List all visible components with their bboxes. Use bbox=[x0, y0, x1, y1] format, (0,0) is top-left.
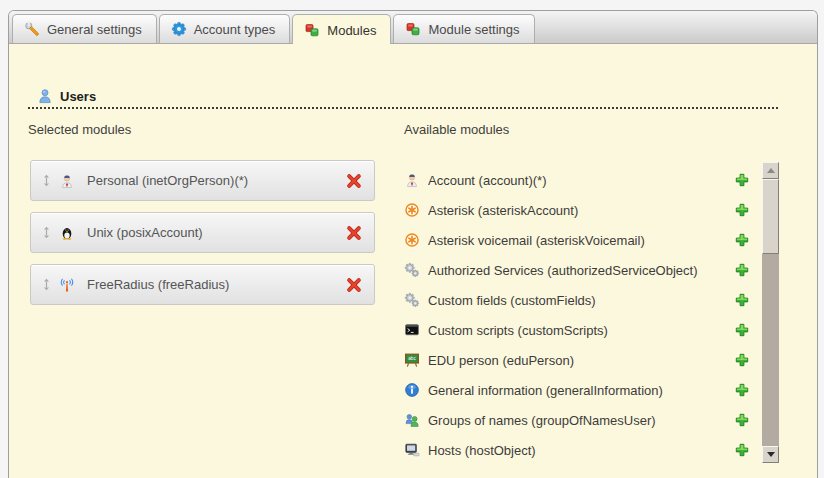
user-icon bbox=[37, 88, 53, 104]
add-plus-icon bbox=[734, 262, 750, 278]
module-label: Asterisk (asteriskAccount) bbox=[428, 203, 733, 218]
tab-general-settings[interactable]: General settings bbox=[12, 14, 157, 43]
add-plus-icon bbox=[734, 382, 750, 398]
tab-modules[interactable]: Modules bbox=[292, 14, 391, 44]
remove-module-button[interactable] bbox=[345, 172, 362, 189]
module-label: FreeRadius (freeRadius) bbox=[87, 277, 345, 292]
add-module-button[interactable] bbox=[733, 412, 750, 429]
module-label: Groups of names (groupOfNamesUser) bbox=[428, 413, 733, 428]
available-module-row: Custom scripts (customScripts) bbox=[404, 315, 750, 345]
scrollbar-down-button[interactable] bbox=[762, 446, 779, 463]
gears-icon bbox=[404, 292, 420, 308]
tab-account-types[interactable]: Account types bbox=[159, 14, 291, 43]
host-icon bbox=[404, 442, 420, 458]
tab-bar: General settingsAccount typesModulesModu… bbox=[9, 11, 817, 44]
available-module-row: Account (account)(*) bbox=[404, 165, 750, 195]
add-plus-icon bbox=[734, 412, 750, 428]
tab-label: Account types bbox=[194, 22, 276, 37]
add-module-button[interactable] bbox=[733, 322, 750, 339]
svg-text:abc: abc bbox=[408, 356, 416, 361]
available-module-row: Groups of names (groupOfNamesUser) bbox=[404, 405, 750, 435]
add-module-button[interactable] bbox=[733, 262, 750, 279]
selected-modules-list: Personal (inetOrgPerson)(*)Unix (posixAc… bbox=[30, 160, 375, 316]
module-label: Hosts (hostObject) bbox=[428, 443, 733, 458]
tab-label: General settings bbox=[47, 22, 142, 37]
asterisk-icon bbox=[404, 202, 420, 218]
add-module-button[interactable] bbox=[733, 202, 750, 219]
settings-window: General settingsAccount typesModulesModu… bbox=[8, 10, 818, 478]
section-header-users: Users bbox=[28, 88, 778, 109]
add-module-button[interactable] bbox=[733, 232, 750, 249]
drag-handle-icon[interactable] bbox=[42, 277, 51, 292]
selected-module-row[interactable]: Personal (inetOrgPerson)(*) bbox=[30, 160, 375, 201]
module-label: Personal (inetOrgPerson)(*) bbox=[87, 173, 345, 188]
person-icon bbox=[59, 173, 75, 189]
available-module-row: Custom fields (customFields) bbox=[404, 285, 750, 315]
available-module-row: abcEDU person (eduPerson) bbox=[404, 345, 750, 375]
available-module-row: Asterisk (asteriskAccount) bbox=[404, 195, 750, 225]
delete-icon bbox=[346, 173, 362, 189]
info-icon bbox=[404, 382, 420, 398]
tab-module-settings[interactable]: Module settings bbox=[393, 14, 534, 43]
drag-handle-icon[interactable] bbox=[42, 173, 51, 188]
available-module-row: General information (generalInformation) bbox=[404, 375, 750, 405]
tab-label: Module settings bbox=[428, 22, 519, 37]
section-title-label: Users bbox=[60, 89, 96, 104]
modules-tab-content: Users Selected modules Available modules… bbox=[9, 44, 817, 478]
delete-icon bbox=[346, 225, 362, 241]
remove-module-button[interactable] bbox=[345, 276, 362, 293]
down-arrow-icon bbox=[767, 452, 775, 457]
module-label: Custom scripts (customScripts) bbox=[428, 323, 733, 338]
selected-module-row[interactable]: FreeRadius (freeRadius) bbox=[30, 264, 375, 305]
modules-icon bbox=[405, 21, 421, 37]
module-label: Authorized Services (authorizedServiceOb… bbox=[428, 263, 733, 278]
up-arrow-icon bbox=[767, 168, 775, 173]
available-modules-header: Available modules bbox=[404, 122, 509, 137]
modules-icon bbox=[304, 22, 320, 38]
add-plus-icon bbox=[734, 232, 750, 248]
available-module-row: Authorized Services (authorizedServiceOb… bbox=[404, 255, 750, 285]
gears-icon bbox=[404, 262, 420, 278]
add-module-button[interactable] bbox=[733, 382, 750, 399]
module-label: EDU person (eduPerson) bbox=[428, 353, 733, 368]
scrollbar-up-button[interactable] bbox=[762, 162, 779, 179]
add-module-button[interactable] bbox=[733, 172, 750, 189]
add-module-button[interactable] bbox=[733, 292, 750, 309]
selected-module-row[interactable]: Unix (posixAccount) bbox=[30, 212, 375, 253]
gear-icon bbox=[171, 21, 187, 37]
available-modules-scrollbar[interactable] bbox=[762, 162, 779, 463]
asterisk-icon bbox=[404, 232, 420, 248]
module-label: Custom fields (customFields) bbox=[428, 293, 733, 308]
delete-icon bbox=[346, 277, 362, 293]
tab-label: Modules bbox=[327, 23, 376, 38]
module-label: Account (account)(*) bbox=[428, 173, 733, 188]
add-plus-icon bbox=[734, 352, 750, 368]
add-module-button[interactable] bbox=[733, 352, 750, 369]
module-label: Unix (posixAccount) bbox=[87, 225, 345, 240]
add-plus-icon bbox=[734, 322, 750, 338]
scrollbar-thumb[interactable] bbox=[762, 179, 779, 254]
available-module-row: Asterisk voicemail (asteriskVoicemail) bbox=[404, 225, 750, 255]
drag-handle-icon[interactable] bbox=[42, 225, 51, 240]
selected-modules-header: Selected modules bbox=[28, 122, 131, 137]
module-label: General information (generalInformation) bbox=[428, 383, 733, 398]
antenna-icon bbox=[59, 277, 75, 293]
add-plus-icon bbox=[734, 202, 750, 218]
available-module-row: Hosts (hostObject) bbox=[404, 435, 750, 465]
terminal-icon bbox=[404, 322, 420, 338]
add-module-button[interactable] bbox=[733, 442, 750, 459]
add-plus-icon bbox=[734, 292, 750, 308]
person-icon bbox=[404, 172, 420, 188]
wrench-icon bbox=[24, 21, 40, 37]
tux-icon bbox=[59, 225, 75, 241]
chalkboard-icon: abc bbox=[404, 352, 420, 368]
module-label: Asterisk voicemail (asteriskVoicemail) bbox=[428, 233, 733, 248]
remove-module-button[interactable] bbox=[345, 224, 362, 241]
add-plus-icon bbox=[734, 172, 750, 188]
group-icon bbox=[404, 412, 420, 428]
add-plus-icon bbox=[734, 442, 750, 458]
available-modules-list: Account (account)(*)Asterisk (asteriskAc… bbox=[404, 165, 750, 465]
